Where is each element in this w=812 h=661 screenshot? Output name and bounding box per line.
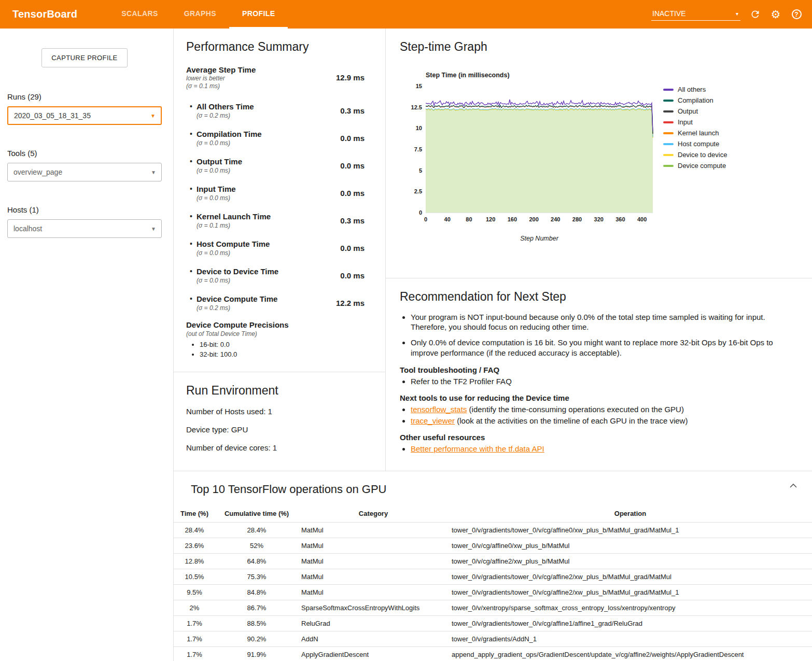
faq-list: Refer to the TF2 Profiler FAQ (400, 377, 781, 386)
ops-cell: 10.5% (174, 569, 215, 585)
perf-item-label: Output Time (197, 157, 242, 166)
perf-item-value: 0.0 ms (340, 271, 365, 280)
svg-text:2.5: 2.5 (414, 188, 422, 194)
bullet-icon: • (190, 267, 197, 276)
perf-summary-item: •Device to Device Time(σ = 0.0 ms)0.0 ms (186, 265, 365, 286)
step-time-chart-block: Step Time (in milliseconds) 02.557.51012… (407, 72, 802, 242)
svg-text:160: 160 (508, 216, 517, 222)
ops-cell: 86.7% (215, 600, 298, 616)
perf-item-value: 0.3 ms (340, 216, 365, 225)
ops-cell: MatMul (298, 554, 449, 569)
tool-link[interactable]: trace_viewer (411, 416, 455, 425)
top-ops-panel: Top 10 TensorFlow operations on GPU Time… (174, 471, 812, 661)
ops-cell: 91.9% (215, 647, 298, 661)
refresh-icon[interactable] (749, 8, 761, 21)
main-content: Performance Summary Average Step Time lo… (173, 29, 812, 661)
tools-group: Tools (5) overview_page ▼ (7, 149, 162, 181)
ops-table-row: 1.7%88.5%ReluGradtower_0/v/gradients/tow… (174, 616, 812, 631)
hosts-group: Hosts (1) localhost ▼ (7, 205, 162, 238)
run-env-line: Device type: GPU (186, 425, 373, 434)
ops-cell: tower_0/v/gradients/tower_0/v/cg/affine1… (449, 616, 812, 631)
recommendation-panel: Recommendation for Next Step Your progra… (386, 278, 812, 471)
legend-swatch (663, 89, 674, 91)
ops-column-header: Cumulative time (%) (215, 505, 298, 523)
app-header: TensorBoard SCALARSGRAPHSPROFILE INACTIV… (0, 0, 812, 29)
tools-dropdown-value: overview_page (13, 168, 62, 176)
ops-table-row: 10.5%75.3%MatMultower_0/v/gradients/towe… (174, 569, 812, 585)
legend-swatch (663, 100, 674, 102)
svg-text:360: 360 (615, 216, 625, 222)
status-dropdown[interactable]: INACTIVE ▾ (651, 8, 740, 21)
ops-cell: 1.7% (174, 616, 215, 631)
chart-legend: All othersCompilationOutputInputKernel l… (663, 86, 727, 242)
ops-cell: tower_0/v/cg/affine2/xw_plus_b/MatMul (449, 554, 812, 569)
recommendation-list: Your program is NOT input-bound because … (400, 312, 781, 358)
chart-x-axis-label: Step Number (426, 235, 653, 242)
resources-list: Better performance with the tf.data API (400, 444, 781, 453)
settings-gear-icon[interactable]: ⚙ (769, 8, 782, 21)
ops-table-row: 28.4%28.4%MatMultower_0/v/gradients/towe… (174, 523, 812, 538)
chevron-down-icon: ▼ (151, 226, 156, 232)
ops-cell: append_apply_gradient_ops/GradientDescen… (449, 647, 812, 661)
tab-profile[interactable]: PROFILE (229, 0, 288, 29)
ops-cell: 1.7% (174, 647, 215, 661)
hosts-dropdown[interactable]: localhost ▼ (7, 219, 162, 238)
tools-dropdown[interactable]: overview_page ▼ (7, 163, 162, 181)
ops-cell: MatMul (298, 569, 449, 585)
ops-table-row: 9.5%84.8%MatMultower_0/v/gradients/tower… (174, 585, 812, 600)
perf-item-sigma: (σ = 0.0 ms) (197, 194, 236, 202)
header-actions: INACTIVE ▾ ⚙ ? (651, 0, 803, 29)
precision-item: 16-bit: 0.0 (200, 341, 365, 348)
performance-summary-panel: Performance Summary Average Step Time lo… (174, 29, 385, 372)
legend-label: Kernel launch (678, 129, 719, 137)
ops-table-row: 1.7%91.9%ApplyGradientDescentappend_appl… (174, 647, 812, 661)
capture-profile-button[interactable]: CAPTURE PROFILE (41, 48, 127, 67)
svg-text:80: 80 (466, 216, 472, 222)
precisions-note: (out of Total Device Time) (186, 330, 365, 337)
legend-item: Host compute (663, 140, 727, 147)
ops-column-header: Category (298, 505, 449, 523)
perf-summary-item: •Compilation Time(σ = 0.0 ms)0.0 ms (186, 128, 365, 148)
ops-cell: tower_0/v/gradients/AddN_1 (449, 631, 812, 647)
next-tool-item: trace_viewer (look at the activities on … (411, 416, 781, 425)
legend-swatch (663, 143, 674, 145)
next-tools-list: tensorflow_stats (identify the time-cons… (400, 405, 781, 425)
tab-scalars[interactable]: SCALARS (108, 0, 171, 29)
chevron-up-icon[interactable] (789, 482, 797, 490)
svg-text:240: 240 (551, 216, 560, 222)
ops-cell: 2% (174, 600, 215, 616)
ops-table-row: 12.8%64.8%MatMultower_0/v/cg/affine2/xw_… (174, 554, 812, 569)
resource-link[interactable]: Better performance with the tf.data API (411, 444, 544, 453)
bullet-icon: • (190, 130, 197, 138)
ops-cell: tower_0/v/xentropy/sparse_softmax_cross_… (449, 600, 812, 616)
ops-cell: ApplyGradientDescent (298, 647, 449, 661)
chevron-down-icon: ▼ (150, 113, 156, 119)
perf-item-value: 0.0 ms (340, 189, 365, 198)
perf-item-value: 0.3 ms (340, 106, 365, 115)
ops-cell: 52% (215, 538, 298, 554)
perf-summary-item: •All Others Time(σ = 0.2 ms)0.3 ms (186, 101, 365, 121)
legend-swatch (663, 121, 674, 123)
ops-cell: 64.8% (215, 554, 298, 569)
perf-items: •All Others Time(σ = 0.2 ms)0.3 ms•Compi… (186, 101, 365, 313)
ops-table-row: 23.6%52%MatMultower_0/v/cg/affine0/xw_pl… (174, 538, 812, 554)
recommendation-bullet: Only 0.0% of device computation is 16 bi… (411, 337, 781, 357)
top-ops-table: Time (%)Cumulative time (%)CategoryOpera… (174, 505, 812, 661)
legend-item: Input (663, 119, 727, 125)
next-tool-item: tensorflow_stats (identify the time-cons… (411, 405, 781, 414)
tool-link[interactable]: tensorflow_stats (411, 405, 467, 414)
tab-graphs[interactable]: GRAPHS (171, 0, 229, 29)
help-icon[interactable]: ? (790, 8, 803, 21)
precision-item: 32-bit: 100.0 (200, 350, 365, 358)
ops-cell: AddN (298, 631, 449, 647)
legend-label: Output (678, 107, 698, 115)
svg-text:40: 40 (444, 216, 451, 222)
perf-item-label: Input Time (197, 185, 236, 193)
perf-item-label: Device Compute Time (197, 294, 277, 303)
ops-cell: MatMul (298, 538, 449, 554)
run-env-line: Number of device cores: 1 (186, 443, 373, 452)
runs-dropdown[interactable]: 2020_03_05_18_31_35 ▼ (7, 106, 162, 125)
ops-cell: tower_0/v/gradients/tower_0/v/cg/affine0… (449, 523, 812, 538)
ops-column-header: Operation (449, 505, 812, 523)
tools-label: Tools (5) (7, 149, 162, 158)
